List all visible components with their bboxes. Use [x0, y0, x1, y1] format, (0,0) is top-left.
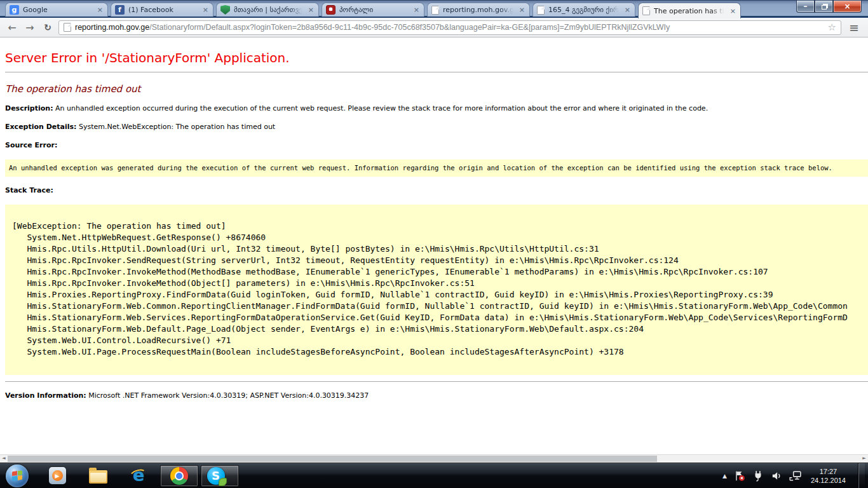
source-error-heading: Source Error:	[5, 141, 863, 150]
tab-reporting[interactable]: reporting.moh.gov.ge ×	[427, 3, 530, 17]
chrome-menu-icon[interactable]: ≡	[845, 20, 863, 34]
exception-text: System.Net.WebException: The operation h…	[79, 123, 275, 131]
url-path: /Stationaryform/Default.aspx?loginToken=…	[149, 23, 670, 32]
description-label: Description:	[5, 104, 53, 112]
taskbar-chrome-button[interactable]	[160, 465, 198, 487]
page-favicon-icon	[537, 6, 545, 15]
tray-expand-icon[interactable]: ▲	[722, 473, 727, 479]
play-icon: ▶	[52, 470, 63, 481]
divider	[5, 72, 868, 72]
tab-close-icon[interactable]: ×	[729, 7, 736, 15]
tab-mtavari[interactable]: მთავარი | საქართვე ×	[216, 3, 319, 17]
tab-title: მთავარი | საქართვე	[234, 6, 304, 14]
tab-close-icon[interactable]: ×	[308, 6, 315, 14]
address-bar[interactable]: reporting.moh.gov.ge/Stationaryform/Defa…	[58, 20, 841, 35]
scroll-right-icon[interactable]: ►	[860, 455, 868, 462]
internet-explorer-icon: e	[129, 466, 148, 485]
taskbar: ▶ e S ▲	[0, 463, 868, 488]
source-error-text: An unhandled exception was generated dur…	[5, 159, 868, 177]
version-text: Microsoft .NET Framework Version:4.0.303…	[88, 391, 369, 400]
stack-trace-box: [WebException: The operation has timed o…	[5, 205, 868, 375]
tab-title: reporting.moh.gov.ge	[443, 6, 515, 14]
tab-active-operation-timed-out[interactable]: The operation has tim ×	[638, 3, 741, 18]
tab-title: Google	[23, 6, 93, 14]
page-title: Server Error in '/StationaryForm' Applic…	[5, 50, 863, 65]
source-error-label: Source Error:	[5, 141, 57, 149]
page-favicon-icon	[431, 6, 439, 15]
restore-icon	[822, 5, 827, 10]
tab-facebook[interactable]: f (1) Facebook ×	[111, 3, 214, 17]
page-subtitle: The operation has timed out	[5, 83, 863, 95]
scrollbar-thumb[interactable]	[8, 456, 657, 462]
taskbar-skype-button[interactable]: S	[201, 465, 239, 487]
crest-favicon-icon	[326, 5, 336, 15]
tab-title: The operation has tim	[654, 7, 726, 15]
minimize-button[interactable]: –	[796, 1, 815, 13]
forward-button[interactable]: →	[23, 22, 37, 34]
divider	[5, 381, 868, 382]
tab-165-4[interactable]: 165_4 გეგმიური ქირუ ×	[532, 3, 635, 17]
taskbar-internet-explorer-button[interactable]: e	[119, 465, 158, 487]
exception-line: Exception Details: System.Net.WebExcepti…	[5, 123, 863, 132]
tab-google[interactable]: g Google ×	[5, 3, 108, 17]
browser-window: g Google × f (1) Facebook × მთავარი | სა…	[0, 0, 868, 462]
media-player-icon: ▶	[49, 467, 66, 484]
shield-favicon-icon	[220, 5, 230, 15]
facebook-favicon-icon: f	[115, 5, 125, 15]
browser-toolbar: ← → ↻ reporting.moh.gov.ge/Stationaryfor…	[0, 18, 868, 37]
scroll-left-icon[interactable]: ◄	[0, 455, 8, 462]
taskbar-explorer-button[interactable]	[79, 465, 117, 487]
source-error-box: An unhandled exception was generated dur…	[5, 159, 868, 177]
folder-icon	[89, 470, 107, 484]
url-host: reporting.moh.gov.ge	[75, 23, 149, 32]
page-favicon-icon	[642, 6, 650, 15]
tab-close-icon[interactable]: ×	[202, 6, 209, 14]
clock-time: 17:27	[811, 467, 846, 476]
stack-trace-label: Stack Trace:	[5, 186, 53, 194]
description-line: Description: An unhandled exception occu…	[5, 104, 863, 113]
tab-title: 165_4 გეგმიური ქირუ	[548, 6, 620, 14]
tab-strip[interactable]: g Google × f (1) Facebook × მთავარი | სა…	[0, 0, 868, 16]
reload-button[interactable]: ↻	[41, 22, 55, 32]
desktop: g Google × f (1) Facebook × მთავარი | სა…	[0, 0, 868, 488]
error-page: Server Error in '/StationaryForm' Applic…	[0, 37, 868, 454]
back-button[interactable]: ←	[5, 22, 19, 34]
chrome-dot	[176, 473, 182, 479]
volume-icon[interactable]	[771, 470, 782, 482]
skype-status-overlay-icon	[219, 478, 227, 486]
version-line: Version Information: Microsoft .NET Fram…	[5, 391, 863, 400]
restore-button[interactable]	[815, 1, 833, 13]
window-controls: – ×	[796, 1, 862, 13]
chrome-icon	[170, 467, 188, 485]
taskbar-clock[interactable]: 17:27 24.12.2014	[811, 467, 846, 485]
url-text: reporting.moh.gov.ge/Stationaryform/Defa…	[75, 23, 824, 32]
bookmark-star-icon[interactable]: ☆	[828, 22, 836, 33]
tab-close-icon[interactable]: ×	[413, 6, 420, 14]
description-text: An unhandled exception occurred during t…	[55, 104, 708, 112]
stack-trace-text: [WebException: The operation has timed o…	[5, 205, 868, 375]
tab-close-icon[interactable]: ×	[624, 6, 631, 14]
google-favicon-icon: g	[10, 5, 19, 15]
tab-title: პორტალი	[339, 6, 409, 14]
page-icon	[64, 23, 71, 32]
tab-close-icon[interactable]: ×	[97, 6, 104, 14]
exception-label: Exception Details:	[5, 123, 76, 131]
tabs-container: g Google × f (1) Facebook × მთავარი | სა…	[5, 3, 743, 17]
close-window-button[interactable]: ×	[833, 1, 862, 13]
power-plug-icon[interactable]	[752, 470, 764, 482]
version-label: Version Information:	[5, 391, 86, 400]
action-center-flag-icon[interactable]	[734, 470, 745, 482]
windows-logo-icon	[12, 470, 22, 481]
tab-portali[interactable]: პორტალი ×	[322, 3, 424, 17]
clock-date: 24.12.2014	[811, 476, 846, 485]
stack-trace-heading: Stack Trace:	[5, 186, 863, 195]
system-tray: ▲	[722, 463, 868, 488]
horizontal-scrollbar[interactable]: ◄ ►	[0, 454, 868, 462]
tab-title: (1) Facebook	[128, 6, 198, 14]
ie-swoosh	[128, 467, 149, 482]
start-button[interactable]	[6, 464, 29, 487]
network-icon[interactable]	[789, 470, 801, 482]
tab-close-icon[interactable]: ×	[519, 6, 526, 14]
taskbar-media-player-button[interactable]: ▶	[38, 465, 76, 487]
show-desktop-button[interactable]	[858, 463, 865, 488]
